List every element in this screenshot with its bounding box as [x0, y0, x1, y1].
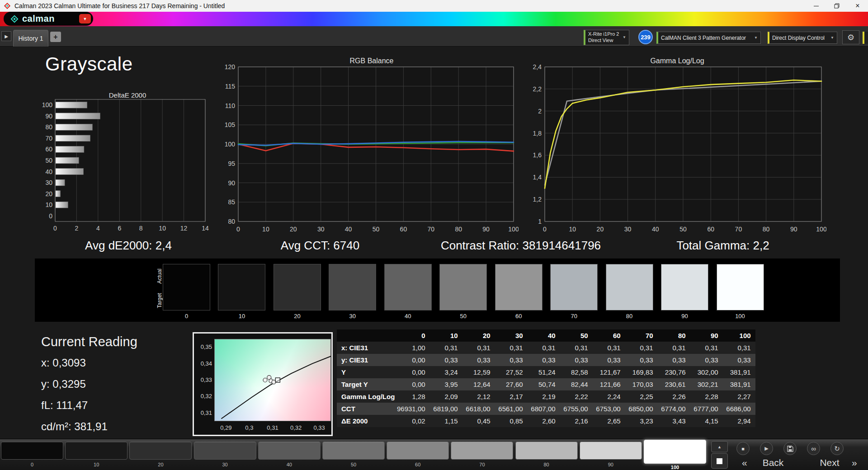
- table-cell: 0,33: [495, 354, 528, 366]
- table-cell: 3,24: [430, 366, 462, 378]
- svg-text:70: 70: [45, 135, 52, 142]
- svg-text:10: 10: [45, 201, 52, 208]
- svg-text:20: 20: [45, 190, 52, 197]
- title-bar: Calman 2023 Calman Ultimate for Business…: [0, 0, 868, 12]
- table-header-row: 0102030405060708090100: [337, 329, 755, 342]
- table-cell: 0,00: [397, 354, 430, 366]
- svg-text:1,8: 1,8: [533, 130, 542, 137]
- table-cell: 0,31: [430, 342, 462, 354]
- svg-text:50: 50: [373, 226, 380, 233]
- table-cell: 170,03: [625, 378, 658, 390]
- svg-text:0: 0: [543, 226, 547, 233]
- refresh-button[interactable]: ↻: [830, 442, 844, 455]
- table-cell: 27,60: [495, 378, 528, 390]
- svg-text:0,31: 0,31: [267, 424, 278, 431]
- svg-text:85: 85: [228, 198, 235, 206]
- table-cell: 3,23: [625, 415, 658, 427]
- meter-selector[interactable]: X-Rite i1Pro 2Direct View ▼: [584, 30, 629, 45]
- table-cell: 0,45: [462, 415, 495, 427]
- pattern-generator-selector[interactable]: CalMAN Client 3 Pattern Generator ▼: [656, 32, 761, 44]
- pattern-patch[interactable]: [129, 442, 192, 460]
- svg-text:105: 105: [225, 121, 236, 128]
- pattern-patch[interactable]: [451, 442, 513, 460]
- cie-overlay: 0,290,30,310,320,330,310,320,330,340,35: [194, 334, 334, 439]
- display-control-selector[interactable]: Direct Display Control ▼: [768, 32, 837, 44]
- table-row: ΔE 20000,021,150,450,852,602,162,653,233…: [337, 415, 755, 427]
- back-button[interactable]: Back: [753, 457, 793, 468]
- svg-text:60: 60: [45, 146, 52, 153]
- back-chevron-icon[interactable]: «: [742, 457, 747, 468]
- table-cell: 2,65: [593, 415, 625, 427]
- meter-label: X-Rite i1Pro 2Direct View: [588, 31, 619, 44]
- table-cell: 2,26: [658, 390, 690, 403]
- svg-text:6: 6: [118, 225, 121, 232]
- history-nav-button[interactable]: ▶: [1, 31, 11, 41]
- restore-icon: [834, 3, 840, 9]
- table-cell: 96931,00: [397, 403, 430, 415]
- table-cell: 302,00: [690, 366, 723, 378]
- contrast-ratio-readout: Contrast Ratio: 381914641796: [430, 239, 611, 253]
- svg-text:10: 10: [159, 225, 166, 232]
- save-button[interactable]: [783, 442, 797, 455]
- main-menu-button[interactable]: ▼: [79, 14, 91, 24]
- panel-expand-button[interactable]: ▲: [711, 441, 728, 452]
- pattern-patch[interactable]: [258, 442, 321, 460]
- pattern-patch[interactable]: [387, 442, 449, 460]
- table-col-header: 80: [658, 329, 690, 342]
- svg-text:40: 40: [652, 226, 659, 233]
- pattern-patch[interactable]: [1, 442, 63, 460]
- ramp-swatch: [329, 264, 376, 310]
- settings-button[interactable]: ⚙: [842, 30, 859, 44]
- table-cell: 0,33: [430, 354, 462, 366]
- reading-cdm2: cd/m²: 381,91: [41, 420, 137, 433]
- pattern-patch[interactable]: [644, 440, 706, 464]
- reading-x: x: 0,3093: [41, 357, 137, 369]
- table-cell: 6755,00: [560, 403, 593, 415]
- pattern-patch-label: 30: [194, 462, 256, 467]
- stop-button[interactable]: ■: [736, 442, 750, 455]
- add-tab-button[interactable]: +: [50, 32, 61, 42]
- next-button[interactable]: Next: [809, 457, 850, 468]
- pattern-patch[interactable]: [515, 442, 578, 460]
- table-cell: 27,52: [495, 366, 528, 378]
- table-cell: 0,33: [462, 354, 495, 366]
- table-cell: 82,58: [560, 366, 593, 378]
- restore-button[interactable]: [826, 0, 847, 12]
- svg-text:0,33: 0,33: [314, 424, 325, 431]
- play-button[interactable]: ▶: [760, 442, 773, 455]
- table-cell: 51,24: [528, 366, 560, 378]
- calman-logo: calman ▼: [4, 12, 93, 26]
- svg-text:90: 90: [45, 113, 52, 120]
- pattern-patch-label: 0: [1, 462, 63, 467]
- meter-count-badge[interactable]: 239: [638, 30, 653, 44]
- svg-text:60: 60: [400, 226, 407, 233]
- pattern-patch[interactable]: [580, 442, 642, 460]
- bottom-bar: 0102030405060708090100 ▲ ■ ▶ ∞ ↻ « Back …: [0, 439, 868, 470]
- table-cell: 0,33: [593, 354, 625, 366]
- table-cell: 0,31: [723, 342, 755, 354]
- chevron-down-icon: ▼: [751, 36, 758, 40]
- ramp-swatch: [495, 264, 542, 310]
- pattern-patch[interactable]: [322, 442, 385, 460]
- table-cell: 2,94: [723, 415, 755, 427]
- table-cell: 169,83: [625, 366, 658, 378]
- next-chevron-icon[interactable]: »: [852, 457, 857, 468]
- pattern-patch[interactable]: [194, 442, 256, 460]
- table-cell: 6850,00: [625, 403, 658, 415]
- continuous-measure-button[interactable]: ∞: [807, 442, 820, 455]
- table-cell: 0,00: [397, 366, 430, 378]
- ramp-swatch-label: 50: [439, 313, 487, 320]
- table-col-header: 10: [430, 329, 462, 342]
- pattern-patch[interactable]: [65, 442, 127, 460]
- pattern-window-button[interactable]: [711, 453, 728, 469]
- minimize-button[interactable]: [806, 0, 826, 12]
- gamma-chart: 010203040506070809010011,21,41,61,822,22…: [527, 63, 826, 242]
- close-button[interactable]: ×: [847, 0, 868, 12]
- ramp-swatch: [274, 264, 321, 310]
- table-cell: 6819,00: [430, 403, 462, 415]
- svg-text:10: 10: [262, 226, 269, 233]
- stop-icon: ■: [741, 446, 745, 451]
- table-cell: 2,12: [462, 390, 495, 403]
- tab-history-1[interactable]: History 1: [13, 30, 48, 47]
- table-cell: 0,31: [690, 342, 723, 354]
